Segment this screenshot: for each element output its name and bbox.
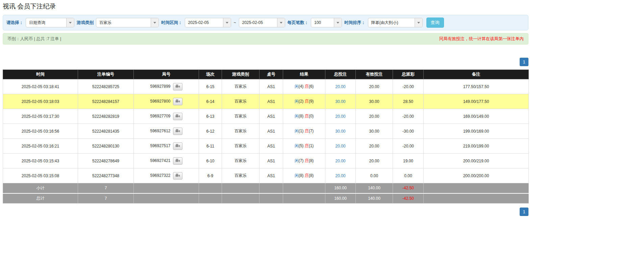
chevron-down-icon[interactable] xyxy=(151,18,158,27)
cell-table-no: AS1 xyxy=(259,94,283,109)
cell-time: 2025-02-05 03:16:56 xyxy=(3,124,78,139)
video-replay-button[interactable] xyxy=(173,83,182,90)
search-button[interactable]: 查询 xyxy=(426,18,444,28)
game-type-select[interactable]: 百家乐 xyxy=(96,18,159,27)
result-player: 闲 xyxy=(295,84,299,89)
bet-records-table: 时间注单编号局号场次游戏类别桌号结果总投注有效投注总派彩备注 2025-02-0… xyxy=(3,70,529,204)
cell-bet-id: 522248285725 xyxy=(78,79,134,94)
table-summary: 小计7160.00140.00-42.50总计7160.00140.00-42.… xyxy=(3,183,529,204)
cell-round-id: 596927421 xyxy=(134,154,199,168)
cell-result: 闲(5) 庄(1) xyxy=(283,139,325,154)
chevron-down-icon[interactable] xyxy=(223,18,231,27)
round-number: 596927517 xyxy=(150,143,170,148)
chevron-down-icon[interactable] xyxy=(334,18,342,27)
total-bet-link[interactable]: 20.00 xyxy=(335,173,345,178)
chevron-down-icon[interactable] xyxy=(277,18,285,27)
result-player-count: (8) xyxy=(299,173,304,178)
date-from-select[interactable]: 2025-02-05 xyxy=(185,18,231,27)
cell-remark: 219.00/199.00 xyxy=(424,139,529,154)
result-player-count: (7) xyxy=(299,158,304,163)
cell-game-type: 百家乐 xyxy=(222,94,259,109)
table-row: 2025-02-05 03:18:03522248284157596927800… xyxy=(3,94,529,109)
result-banker-count: (7) xyxy=(309,129,314,133)
total-bet-link[interactable]: 20.00 xyxy=(335,114,345,119)
video-replay-button[interactable] xyxy=(173,142,182,150)
cell-valid-bet: 0.00 xyxy=(356,168,393,183)
result-banker: 庄 xyxy=(305,158,309,163)
total-total-bet: 160.00 xyxy=(325,193,356,204)
cell-session: 6-14 xyxy=(199,94,222,109)
cell-game-type: 百家乐 xyxy=(222,124,259,139)
result-banker-count: (8) xyxy=(309,173,314,178)
total-empty xyxy=(199,193,222,204)
page-1-button[interactable]: 1 xyxy=(520,58,528,66)
video-replay-button[interactable] xyxy=(173,113,182,120)
total-bet-link[interactable]: 20.00 xyxy=(335,159,345,163)
cell-time: 2025-02-05 03:18:03 xyxy=(3,94,78,109)
total-bet-link[interactable]: 30.00 xyxy=(335,129,345,134)
cell-table-no: AS1 xyxy=(259,79,283,94)
result-player: 闲 xyxy=(295,158,299,163)
total-bet-link[interactable]: 20.00 xyxy=(335,144,345,148)
cell-time: 2025-02-05 03:16:21 xyxy=(3,139,78,154)
result-banker-count: (1) xyxy=(309,143,314,148)
page-1-button[interactable]: 1 xyxy=(520,208,528,216)
cell-game-type: 百家乐 xyxy=(222,139,259,154)
cell-result: 闲(1) 庄(7) xyxy=(283,124,325,139)
total-bet-link[interactable]: 30.00 xyxy=(335,99,345,104)
column-header-10: 备注 xyxy=(424,70,529,79)
cell-result: 闲(8) 庄(8) xyxy=(283,168,325,183)
subtotal-empty xyxy=(259,183,283,193)
sort-value: 降幂(由大到小) xyxy=(368,18,415,27)
cell-bet-id: 522248282819 xyxy=(78,109,134,124)
cell-game-type: 百家乐 xyxy=(222,79,259,94)
result-player: 闲 xyxy=(295,99,299,104)
video-replay-button[interactable] xyxy=(173,172,182,180)
page-size-select[interactable]: 100 xyxy=(311,18,342,27)
result-player: 闲 xyxy=(295,129,299,133)
table-header-row: 时间注单编号局号场次游戏类别桌号结果总投注有效投注总派彩备注 xyxy=(3,70,529,79)
filter-bar: 请选择： 日期查询 游戏类别 百家乐 时间区间： 2025-02-05 ~ 20… xyxy=(3,15,528,30)
page-size-value: 100 xyxy=(311,18,334,27)
cell-remark: 199.00/169.00 xyxy=(424,124,529,139)
round-number: 596927709 xyxy=(150,114,170,118)
query-type-select[interactable]: 日期查询 xyxy=(26,18,74,27)
page-size-label: 每页笔数： xyxy=(288,20,309,26)
total-bet-link[interactable]: 20.00 xyxy=(335,84,345,89)
subtotal-empty xyxy=(134,183,199,193)
video-replay-button[interactable] xyxy=(173,98,182,105)
video-replay-button[interactable] xyxy=(173,157,182,165)
cell-payout: -20.00 xyxy=(393,139,424,154)
cell-table-no: AS1 xyxy=(259,139,283,154)
table-body: 2025-02-05 03:18:41522248285725596927899… xyxy=(3,79,529,183)
column-header-2: 局号 xyxy=(134,70,199,79)
video-replay-button[interactable] xyxy=(173,128,182,135)
date-to-select[interactable]: 2025-02-05 xyxy=(239,18,285,27)
chevron-down-icon[interactable] xyxy=(415,18,422,27)
cell-table-no: AS1 xyxy=(259,124,283,139)
chevron-down-icon[interactable] xyxy=(66,18,74,27)
column-header-9: 总派彩 xyxy=(393,70,424,79)
result-player-count: (1) xyxy=(299,129,304,133)
result-banker: 庄 xyxy=(305,173,309,178)
subtotal-payout: -42.50 xyxy=(393,183,424,193)
cell-table-no: AS1 xyxy=(259,168,283,183)
sort-select[interactable]: 降幂(由大到小) xyxy=(368,18,423,27)
cell-total-bet: 20.00 xyxy=(325,79,356,94)
cell-valid-bet: 20.00 xyxy=(356,79,393,94)
cell-valid-bet: 30.00 xyxy=(356,124,393,139)
result-player-count: (2) xyxy=(299,99,304,104)
cell-payout: -20.00 xyxy=(393,79,424,94)
result-player: 闲 xyxy=(295,143,299,148)
cell-result: 闲(7) 庄(8) xyxy=(283,154,325,168)
subtotal-count: 7 xyxy=(78,183,134,193)
result-banker-count: (0) xyxy=(309,114,314,118)
column-header-7: 总投注 xyxy=(325,70,356,79)
total-empty xyxy=(134,193,199,204)
subtotal-row: 小计7160.00140.00-42.50 xyxy=(3,183,529,193)
cell-session: 6-15 xyxy=(199,79,222,94)
video-camera-icon xyxy=(175,144,180,148)
cell-bet-id: 522248284157 xyxy=(78,94,134,109)
cell-result: 闲(8) 庄(0) xyxy=(283,109,325,124)
query-type-label: 请选择： xyxy=(6,20,23,26)
